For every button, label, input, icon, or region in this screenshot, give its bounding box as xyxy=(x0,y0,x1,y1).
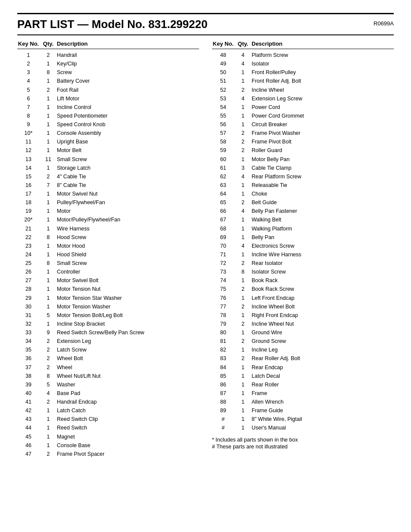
part-desc: Front Roller Adj. Bolt xyxy=(252,77,394,85)
list-item: 54 1 Power Cord xyxy=(212,103,394,112)
part-desc: Pulley/Flywheel/Fan xyxy=(57,199,199,206)
part-desc: Rear Endcap xyxy=(252,364,394,371)
part-desc: Circuit Breaker xyxy=(252,121,394,128)
part-qty: 5 xyxy=(40,311,57,319)
list-item: 16 7 8" Cable Tie xyxy=(17,181,199,190)
part-desc: Hood Screw xyxy=(57,233,199,241)
part-qty: 1 xyxy=(234,112,252,120)
part-desc: Ground Wire xyxy=(252,329,394,336)
part-desc: Cable Tie Clamp xyxy=(252,164,394,172)
part-desc: Power Cord xyxy=(252,103,394,111)
list-item: 63 1 Releasable Tie xyxy=(212,181,394,190)
part-key: 20* xyxy=(17,216,40,224)
part-desc: Motor Tension Bolt/Leg Bolt xyxy=(57,311,199,319)
list-item: 89 1 Frame Guide xyxy=(212,406,394,415)
list-item: 78 1 Right Front Endcap xyxy=(212,311,394,320)
part-qty: 1 xyxy=(40,251,57,258)
part-desc: 8" White Wire, Pigtail xyxy=(252,415,394,423)
list-item: 37 2 Wheel xyxy=(17,363,199,372)
list-item: 68 1 Walking Platform xyxy=(212,224,394,233)
part-desc: Electronics Screw xyxy=(252,242,394,250)
part-qty: 4 xyxy=(234,51,252,59)
part-desc: Wheel xyxy=(57,364,199,371)
part-key: 47 xyxy=(17,450,40,458)
part-qty: 1 xyxy=(234,77,252,85)
part-desc: Lift Motor xyxy=(57,95,199,103)
part-key: 22 xyxy=(17,233,40,241)
part-qty: 1 xyxy=(234,181,252,189)
part-key: 28 xyxy=(17,285,40,293)
list-item: 73 8 Isolator Screw xyxy=(212,268,394,276)
list-item: 25 8 Small Screw xyxy=(17,259,199,268)
parts-columns: Key No. Qty. Description 1 2 Handrail 2 … xyxy=(17,40,394,458)
list-item: 42 1 Latch Catch xyxy=(17,406,199,415)
part-key: 51 xyxy=(212,77,234,85)
part-qty: 1 xyxy=(40,138,57,146)
part-qty: 2 xyxy=(234,129,252,137)
part-key: 15 xyxy=(17,173,40,180)
page-title: PART LIST — Model No. 831.299220 xyxy=(17,18,208,31)
part-desc: Incline Control xyxy=(57,103,199,111)
list-item: 32 1 Incline Stop Bracket xyxy=(17,320,199,328)
part-qty: 2 xyxy=(234,146,252,154)
part-desc: Ground Screw xyxy=(252,337,394,345)
part-desc: Extension Leg xyxy=(57,337,199,345)
part-desc: Motor Belly Pan xyxy=(252,156,394,163)
part-key: 82 xyxy=(212,346,234,354)
part-key: 57 xyxy=(212,129,234,137)
list-item: 59 2 Roller Guard xyxy=(212,146,394,155)
part-desc: Motor Swivel Nut xyxy=(57,190,199,198)
part-qty: 1 xyxy=(234,407,252,414)
part-desc: Magnet xyxy=(57,433,199,441)
part-qty: 1 xyxy=(234,364,252,371)
part-qty: 2 xyxy=(234,337,252,345)
part-key: 26 xyxy=(17,268,40,276)
part-key: 48 xyxy=(212,51,234,59)
part-desc: Base Pad xyxy=(57,389,199,397)
part-qty: 1 xyxy=(234,103,252,111)
part-desc: Frame xyxy=(252,389,394,397)
list-item: 62 4 Rear Platform Screw xyxy=(212,172,394,181)
part-qty: 1 xyxy=(40,303,57,311)
part-qty: 2 xyxy=(40,337,57,345)
part-key: 62 xyxy=(212,173,234,180)
part-qty: 2 xyxy=(40,173,57,180)
part-key: 37 xyxy=(17,364,40,371)
list-item: 14 1 Storage Latch xyxy=(17,164,199,172)
part-qty: 2 xyxy=(234,138,252,146)
list-item: 58 2 Frame Pivot Bolt xyxy=(212,137,394,146)
list-item: 57 2 Frame Pivot Washer xyxy=(212,129,394,137)
part-desc: Incline Wheel Bolt xyxy=(252,303,394,311)
part-qty: 4 xyxy=(234,173,252,180)
part-key: 65 xyxy=(212,199,234,206)
part-desc: Isolator Screw xyxy=(252,268,394,276)
part-desc: Latch Screw xyxy=(57,346,199,354)
part-qty: 1 xyxy=(234,225,252,233)
part-desc: Extension Leg Screw xyxy=(252,95,394,103)
part-qty: 8 xyxy=(234,268,252,276)
part-key: 30 xyxy=(17,303,40,311)
part-desc: Power Cord Grommet xyxy=(252,112,394,120)
part-qty: 1 xyxy=(234,156,252,163)
part-qty: 1 xyxy=(40,129,57,137)
part-key: 1 xyxy=(17,51,40,59)
part-desc: Latch Decal xyxy=(252,372,394,380)
part-key: 45 xyxy=(17,433,40,441)
part-qty: 3 xyxy=(234,164,252,172)
part-key: 7 xyxy=(17,103,40,111)
part-desc: Wheel Nut/Lift Nut xyxy=(57,372,199,380)
list-item: 35 2 Latch Screw xyxy=(17,345,199,354)
part-qty: 1 xyxy=(234,190,252,198)
model-code: R0699A xyxy=(374,20,394,27)
part-qty: 2 xyxy=(234,259,252,267)
part-qty: 1 xyxy=(234,121,252,128)
list-item: 18 1 Pulley/Flywheel/Fan xyxy=(17,198,199,207)
part-qty: 2 xyxy=(234,355,252,362)
footnotes: * Includes all parts shown in the box# T… xyxy=(212,437,394,450)
list-item: 4 1 Battery Cover xyxy=(17,77,199,85)
part-qty: 1 xyxy=(40,424,57,432)
part-qty: 2 xyxy=(234,285,252,293)
part-key: 40 xyxy=(17,389,40,397)
part-qty: 1 xyxy=(40,415,57,423)
part-key: 43 xyxy=(17,415,40,423)
